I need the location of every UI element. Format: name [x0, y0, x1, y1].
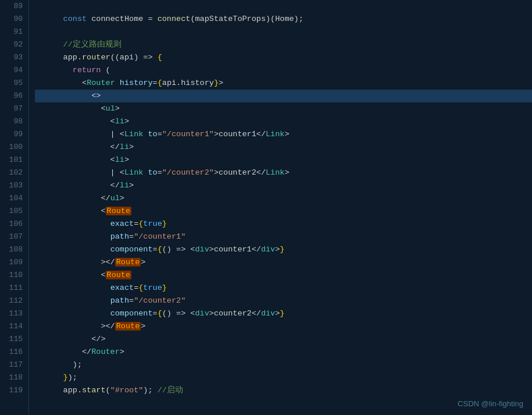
code-line-91: //定义路由规则 [35, 26, 532, 38]
line-num-95: 95 [0, 77, 23, 90]
line-num-90: 90 [0, 13, 23, 26]
line-numbers: 89 90 91 92 93 94 95 96 97 98 99 100 101… [0, 0, 29, 415]
line-num-91: 91 [0, 26, 23, 38]
line-num-119: 119 [0, 384, 23, 397]
line-num-104: 104 [0, 192, 23, 205]
line-num-113: 113 [0, 307, 23, 320]
code-lines: const connectHome = connect(mapStateToPr… [29, 0, 532, 415]
line-num-108: 108 [0, 243, 23, 256]
line-num-97: 97 [0, 102, 23, 115]
line-num-89: 89 [0, 0, 23, 13]
watermark: CSDN @lin-fighting [458, 399, 523, 408]
line-num-109: 109 [0, 256, 23, 269]
code-editor: 89 90 91 92 93 94 95 96 97 98 99 100 101… [0, 0, 532, 415]
code-line-118: app.start("#root"); //启动 [35, 371, 532, 384]
line-num-115: 115 [0, 333, 23, 346]
line-num-105: 105 [0, 205, 23, 218]
line-num-98: 98 [0, 115, 23, 128]
code-line-89: const connectHome = connect(mapStateToPr… [35, 0, 532, 13]
line-num-114: 114 [0, 320, 23, 333]
line-num-93: 93 [0, 51, 23, 64]
line-num-118: 118 [0, 371, 23, 384]
line-num-106: 106 [0, 218, 23, 230]
line-num-94: 94 [0, 64, 23, 77]
line-num-117: 117 [0, 359, 23, 371]
code-line-115: </Router> [35, 333, 532, 346]
line-num-101: 101 [0, 154, 23, 166]
line-num-107: 107 [0, 230, 23, 243]
line-num-116: 116 [0, 346, 23, 359]
line-num-111: 111 [0, 282, 23, 295]
line-num-103: 103 [0, 179, 23, 192]
code-line-96: <ul> [35, 90, 532, 102]
line-num-99: 99 [0, 128, 23, 141]
line-num-96: 96 [0, 90, 23, 102]
line-num-102: 102 [0, 166, 23, 179]
line-num-110: 110 [0, 269, 23, 282]
line-num-112: 112 [0, 295, 23, 307]
line-num-100: 100 [0, 141, 23, 154]
line-num-92: 92 [0, 38, 23, 51]
code-line-117: }); [35, 359, 532, 371]
